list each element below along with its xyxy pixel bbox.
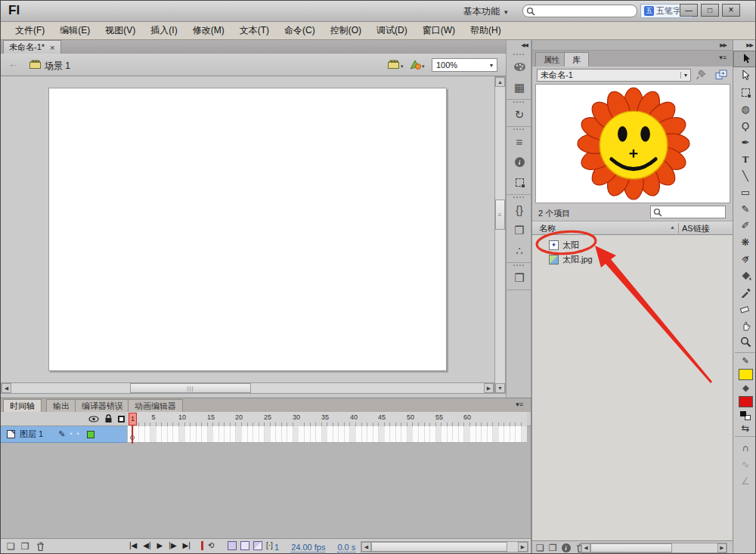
pencil-tool[interactable]: ✎ <box>733 200 756 217</box>
scroll-up-icon[interactable]: ▲ <box>495 77 505 87</box>
stage-zoom-select[interactable]: 100% ▾ <box>432 58 497 72</box>
panel-menu-icon[interactable]: ▾≡ <box>516 401 523 408</box>
expand-panels-icon[interactable]: ◀◀ <box>521 42 528 48</box>
play-button[interactable]: ▶ <box>156 541 165 550</box>
line-tool[interactable]: ╲ <box>733 167 756 184</box>
edit-symbol-button[interactable]: ▾ <box>410 60 425 70</box>
code-snippets-panel-button[interactable]: {} <box>507 200 532 220</box>
panel-collapse-bar[interactable]: ▶▶ <box>532 40 733 51</box>
h-scroll-thumb[interactable]: ||| <box>130 383 251 393</box>
document-tab[interactable]: 未命名-1* × <box>3 40 61 54</box>
menu-file[interactable]: 文件(F) <box>8 22 51 39</box>
frame-grid[interactable] <box>128 426 527 443</box>
scroll-left-icon[interactable]: ◀ <box>581 543 590 552</box>
scroll-right-icon[interactable]: ▶ <box>717 543 727 552</box>
eyedropper-tool[interactable] <box>733 283 756 300</box>
workspace-switcher-button[interactable]: 基本功能▾ <box>463 5 508 18</box>
library-search-box[interactable] <box>650 206 726 218</box>
new-library-panel-icon[interactable] <box>715 70 727 80</box>
hand-tool[interactable] <box>733 317 756 333</box>
menu-modify[interactable]: 修改(M) <box>186 22 231 39</box>
new-layer-icon[interactable]: ❏ <box>7 542 15 551</box>
snap-to-objects-button[interactable]: ∩ <box>733 439 756 456</box>
onion-skin-button[interactable] <box>228 541 237 550</box>
scroll-thumb[interactable] <box>590 543 672 552</box>
back-arrow-icon[interactable]: ← <box>8 58 19 69</box>
stroke-color-swatch[interactable] <box>733 366 756 382</box>
tab-output[interactable]: 输出 <box>46 399 76 412</box>
stage-canvas[interactable] <box>48 88 447 371</box>
tab-motion-editor[interactable]: 动画编辑器 <box>128 399 183 412</box>
list-item-sun-bitmap[interactable]: 太阳.jpg <box>532 252 733 266</box>
text-tool[interactable]: T <box>733 150 756 167</box>
menu-help[interactable]: 帮助(H) <box>463 22 508 39</box>
step-back-button[interactable]: ◀| <box>141 541 152 550</box>
menu-text[interactable]: 文本(T) <box>233 22 276 39</box>
menu-view[interactable]: 视图(V) <box>98 22 142 39</box>
frame-ruler[interactable]: 1 5 10 15 20 25 30 35 40 45 50 55 60 <box>128 412 527 426</box>
scroll-thumb[interactable] <box>371 542 507 552</box>
scroll-left-icon[interactable]: ◀ <box>361 542 371 552</box>
item-properties-icon[interactable]: i <box>562 543 571 552</box>
delete-layer-icon[interactable] <box>36 541 45 552</box>
menu-commands[interactable]: 命令(C) <box>277 22 322 39</box>
registration-panel-button[interactable] <box>507 172 532 193</box>
deco-tool[interactable]: ❋ <box>733 234 756 250</box>
app-search-box[interactable] <box>522 5 637 17</box>
layer-outline-color-chip[interactable] <box>87 431 94 438</box>
pin-library-icon[interactable] <box>696 70 707 80</box>
swatches-panel-button[interactable]: ▦ <box>507 77 532 97</box>
library-search-input[interactable] <box>662 207 723 218</box>
lasso-tool[interactable]: Ϙ <box>733 117 756 134</box>
tab-compiler-errors[interactable]: 编译器错误 <box>75 399 130 412</box>
center-frame-button[interactable] <box>201 541 203 550</box>
new-symbol-icon[interactable]: ❏ <box>536 543 544 552</box>
straighten-option-button[interactable]: ∠ <box>733 472 756 489</box>
step-forward-button[interactable]: |▶ <box>167 541 178 550</box>
panel-menu-icon[interactable]: ▾≡ <box>719 54 727 61</box>
black-white-button[interactable] <box>733 410 756 422</box>
tab-close-icon[interactable]: × <box>50 43 54 52</box>
brush-tool[interactable]: ✐ <box>733 217 756 234</box>
menu-control[interactable]: 控制(O) <box>324 22 368 39</box>
library-horizontal-scrollbar[interactable]: ◀ ▶ <box>581 543 727 553</box>
list-item-sun-symbol[interactable]: ✦ 太阳 <box>532 238 733 252</box>
layer-visibility-dot[interactable]: • <box>70 431 72 438</box>
maximize-button[interactable]: □ <box>701 4 719 17</box>
motion-presets-panel-button[interactable]: ∴ <box>507 240 532 261</box>
paint-bucket-tool[interactable] <box>733 267 756 283</box>
project-panel-button[interactable]: ❐ <box>507 268 532 288</box>
scroll-right-icon[interactable]: ▶ <box>518 542 528 552</box>
layer-name[interactable]: 图层 1 <box>20 429 43 440</box>
minimize-button[interactable]: — <box>680 4 698 17</box>
library-document-select[interactable]: 未命名-1 ▾ <box>537 69 691 82</box>
column-name[interactable]: 名称 <box>539 223 556 234</box>
playhead-line[interactable] <box>132 426 133 444</box>
smooth-option-button[interactable]: ∿ <box>733 456 756 472</box>
timeline-horizontal-scrollbar[interactable]: ◀ ▶ <box>361 541 528 552</box>
column-divider[interactable] <box>678 223 679 234</box>
color-panel-button[interactable] <box>507 57 532 77</box>
info-panel-button[interactable]: i <box>507 152 532 172</box>
bone-tool[interactable]: ⋔ <box>733 250 756 267</box>
menu-insert[interactable]: 插入(I) <box>144 22 184 39</box>
free-transform-tool[interactable] <box>733 84 756 101</box>
sort-ascending-icon[interactable]: ▲ <box>670 224 675 230</box>
menu-edit[interactable]: 编辑(E) <box>53 22 97 39</box>
selection-tool[interactable] <box>733 51 756 67</box>
scroll-right-icon[interactable]: ▶ <box>484 383 494 393</box>
layer-lock-dot[interactable]: • <box>77 431 79 438</box>
new-layer-folder-icon[interactable]: ❐ <box>21 542 29 551</box>
canvas-horizontal-scrollbar[interactable]: ◀ ||| ▶ <box>1 382 494 394</box>
swap-colors-button[interactable]: ⇆ <box>733 422 756 434</box>
components-panel-button[interactable]: ❒ <box>507 220 532 240</box>
playhead-frame-indicator[interactable]: 1 <box>129 413 137 426</box>
frame-rate-value[interactable]: 24.00 fps <box>291 543 325 552</box>
align-panel-button[interactable]: ≡ <box>507 132 532 152</box>
layer-1-cell[interactable]: 图层 1 ✎ • • <box>1 426 127 443</box>
pasteboard[interactable] <box>1 76 494 382</box>
collapse-tools-icon[interactable]: ▶▶ <box>746 42 753 48</box>
scroll-left-icon[interactable]: ◀ <box>2 383 11 393</box>
loop-playback-icon[interactable]: ⟲ <box>206 541 215 550</box>
column-as-linkage[interactable]: AS链接 <box>682 223 710 234</box>
